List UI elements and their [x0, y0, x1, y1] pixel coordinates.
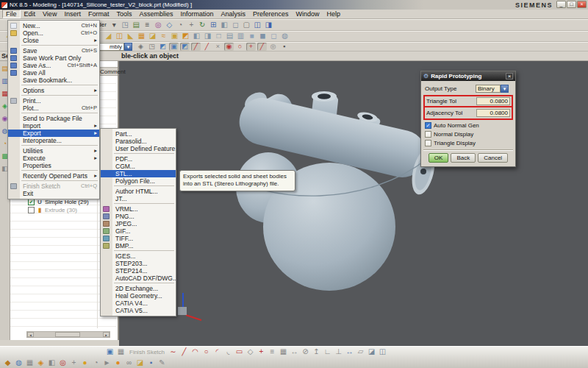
rotate-icon[interactable]: ↻	[198, 21, 207, 29]
menu-item-save-all[interactable]: Save All	[8, 69, 99, 77]
output-type-value[interactable]: Binary	[476, 85, 501, 93]
menu-item-pdf[interactable]: PDF...	[101, 155, 176, 163]
menu-item-catia-v5[interactable]: CATIA V5...	[101, 307, 176, 314]
menubar-item-help[interactable]: Help	[323, 10, 345, 18]
menu-item-print[interactable]: Print...	[8, 97, 99, 105]
thicken-icon[interactable]: ▣	[170, 32, 179, 40]
output-type-combo[interactable]: Binary ▾	[476, 85, 509, 93]
checkbox-row-normal-display[interactable]: Normal Display	[423, 130, 513, 138]
fit-view-icon[interactable]: ⊞	[209, 21, 218, 29]
close-button[interactable]: ×	[577, 1, 587, 8]
rectangle-icon[interactable]: ▭	[234, 347, 244, 356]
gold-dot-icon[interactable]: ●	[80, 358, 90, 367]
end-point-icon[interactable]: ◩	[180, 43, 190, 51]
point-on-surface-icon[interactable]: ◎	[268, 43, 278, 51]
checkbox-unchecked-icon[interactable]	[28, 207, 35, 213]
arrow-icon[interactable]: ►	[102, 358, 112, 367]
view-orient-icon[interactable]: ◇	[165, 21, 174, 29]
checkbox-unchecked-icon[interactable]	[425, 140, 431, 146]
isometric-view-icon[interactable]: ◨	[203, 32, 212, 40]
menu-item-interoperate[interactable]: Interoperate...	[8, 137, 99, 144]
menu-item-properties[interactable]: Properties	[8, 162, 99, 169]
tag-icon[interactable]: ▪	[146, 358, 156, 367]
menu-item-recently-opened-parts[interactable]: Recently Opened Parts▸	[8, 172, 99, 180]
arc-icon[interactable]: ◠	[190, 347, 200, 356]
maximize-button[interactable]: □	[567, 1, 576, 8]
menubar-item-assemblies[interactable]: Assemblies	[135, 10, 176, 18]
graphics-viewport[interactable]	[119, 61, 588, 346]
trimetric-view-icon[interactable]: ◧	[192, 32, 201, 40]
clip-section-icon[interactable]: ◫	[253, 21, 262, 29]
highlight-icon[interactable]: ◩	[158, 43, 168, 51]
checkbox-row-triangle-display[interactable]: Triangle Display	[423, 138, 513, 147]
arc-center-icon[interactable]: ◉	[224, 43, 234, 51]
menu-item-png[interactable]: PNG...	[101, 213, 176, 220]
command-finder-dropdown-icon[interactable]: ▾	[110, 21, 119, 29]
offset-surface-icon[interactable]: ◩	[181, 32, 190, 40]
menu-item-iges[interactable]: IGES...	[101, 252, 176, 260]
menubar-item-analysis[interactable]: Analysis	[217, 10, 249, 18]
part-navigator-icon[interactable]: ≡	[143, 21, 152, 29]
chamfer-icon[interactable]: ◢	[104, 32, 113, 40]
profile-icon[interactable]: ∼	[168, 347, 178, 356]
menu-item-stl[interactable]: STL...	[101, 170, 176, 177]
face-analysis-icon[interactable]: ◍	[280, 32, 290, 40]
menu-item-author-html[interactable]: Author HTML...	[101, 188, 176, 195]
chevron-down-icon[interactable]: ▾	[124, 43, 132, 51]
general-selection-icon[interactable]: ◳	[147, 43, 157, 51]
menu-item-export[interactable]: Export▸	[8, 130, 99, 137]
menu-item-polygon-file[interactable]: Polygon File...	[101, 177, 176, 185]
mid-point-icon[interactable]: ╱	[191, 43, 201, 51]
menu-item-plot[interactable]: Plot...Ctrl+P	[8, 105, 99, 112]
menubar-item-preferences[interactable]: Preferences	[249, 10, 293, 18]
menu-item-save-as[interactable]: Save As...Ctrl+Shift+A	[8, 62, 99, 69]
menu-item-jt[interactable]: JT...	[101, 195, 176, 202]
shell-icon[interactable]: ◫	[115, 32, 124, 40]
menu-item-save[interactable]: SaveCtrl+S	[8, 47, 99, 54]
pattern-curve-icon[interactable]: ▦	[279, 347, 288, 356]
make-corner-icon[interactable]: ∟	[323, 347, 332, 356]
checkbox-checked-icon[interactable]: ✓	[425, 122, 431, 129]
grid-icon[interactable]: ▦	[25, 358, 35, 367]
menu-item-parasolid[interactable]: Parasolid...	[101, 138, 176, 145]
circle-icon[interactable]: ○	[201, 347, 211, 356]
draft-icon[interactable]: ◣	[126, 32, 135, 40]
wireframe-mode-icon[interactable]: ◻	[269, 32, 279, 40]
point-icon[interactable]: +	[257, 347, 266, 356]
ok-button[interactable]: OK	[429, 153, 449, 163]
menu-item-autocad-dxf-dwg[interactable]: AutoCAD DXF/DWG...	[101, 275, 176, 282]
shaded-mode-icon[interactable]: ◼	[258, 32, 268, 40]
menubar-item-file[interactable]: File	[2, 10, 21, 18]
measure-icon[interactable]: ◎	[154, 21, 163, 29]
menu-item-step203[interactable]: STEP203...	[101, 260, 176, 267]
offset-curve-icon[interactable]: ≡	[268, 347, 277, 356]
selection-scope-value[interactable]: mbly	[99, 43, 124, 51]
chevron-down-icon[interactable]: ▾	[501, 85, 509, 93]
selection-scope-icon[interactable]: ◈	[136, 43, 146, 51]
top-view-icon[interactable]: □	[214, 32, 223, 40]
comment-column-header[interactable]: Comment	[100, 68, 126, 75]
window-box-icon[interactable]: ▢	[242, 21, 251, 29]
touch-mode-icon[interactable]: ◳	[121, 21, 130, 29]
trim-body-icon[interactable]: ◪	[148, 32, 157, 40]
menubar-item-format[interactable]: Format	[85, 10, 113, 18]
orient-sketch-icon[interactable]: ◫	[378, 347, 387, 356]
datum-display-icon[interactable]: ◨	[264, 21, 273, 29]
chamfer-line-icon[interactable]: ◟	[223, 347, 233, 356]
display-sketch-constraints-icon[interactable]: ▱	[356, 347, 365, 356]
menubar-item-edit[interactable]: Edit	[21, 10, 40, 18]
menu-item-2d-exchange[interactable]: 2D Exchange...	[101, 285, 176, 292]
pattern-feature-icon[interactable]: ▦	[137, 32, 146, 40]
cancel-button[interactable]: Cancel	[478, 153, 508, 163]
menu-item-cgm[interactable]: CGM...	[101, 163, 176, 170]
control-point-icon[interactable]: ╱	[202, 43, 212, 51]
zoom-icon[interactable]: ◔	[176, 21, 185, 29]
menu-item-send-to-package-file[interactable]: Send to Package File	[8, 115, 99, 122]
menu-item-execute[interactable]: Execute▸	[8, 155, 99, 162]
wireframe-icon[interactable]: ◻	[231, 21, 240, 29]
intersection-point-icon[interactable]: ×	[213, 43, 223, 51]
menu-item-bmp[interactable]: BMP...	[101, 242, 176, 250]
bounded-plane-icon[interactable]: ▪	[279, 43, 289, 51]
magnify-icon[interactable]: ◔	[91, 358, 101, 367]
clamp-icon[interactable]: ◪	[135, 358, 145, 367]
